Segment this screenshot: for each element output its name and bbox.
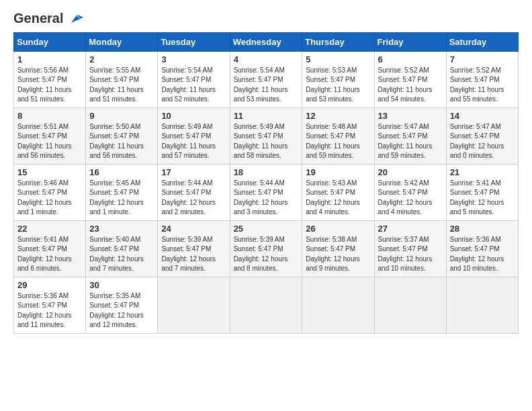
day-info: Sunrise: 5:49 AM Sunset: 5:47 PM Dayligh…	[234, 122, 299, 161]
calendar-cell: 2Sunrise: 5:55 AM Sunset: 5:47 PM Daylig…	[86, 51, 158, 107]
day-info: Sunrise: 5:46 AM Sunset: 5:47 PM Dayligh…	[17, 179, 82, 218]
calendar-cell	[374, 277, 446, 333]
calendar-cell: 22Sunrise: 5:41 AM Sunset: 5:47 PM Dayli…	[14, 220, 86, 277]
day-info: Sunrise: 5:44 AM Sunset: 5:47 PM Dayligh…	[161, 179, 226, 218]
calendar-cell: 30Sunrise: 5:35 AM Sunset: 5:47 PM Dayli…	[86, 277, 158, 333]
day-info: Sunrise: 5:36 AM Sunset: 5:47 PM Dayligh…	[17, 291, 82, 330]
day-number: 28	[450, 224, 515, 234]
day-number: 25	[234, 224, 299, 234]
calendar-week-1: 1Sunrise: 5:56 AM Sunset: 5:47 PM Daylig…	[14, 51, 519, 107]
day-number: 26	[306, 224, 370, 234]
day-number: 16	[89, 167, 154, 177]
day-info: Sunrise: 5:53 AM Sunset: 5:47 PM Dayligh…	[306, 66, 370, 105]
calendar-cell: 3Sunrise: 5:54 AM Sunset: 5:47 PM Daylig…	[158, 51, 230, 107]
day-info: Sunrise: 5:51 AM Sunset: 5:47 PM Dayligh…	[17, 122, 82, 161]
day-info: Sunrise: 5:35 AM Sunset: 5:47 PM Dayligh…	[89, 291, 154, 330]
calendar-week-5: 29Sunrise: 5:36 AM Sunset: 5:47 PM Dayli…	[14, 277, 519, 333]
day-info: Sunrise: 5:54 AM Sunset: 5:47 PM Dayligh…	[234, 66, 299, 105]
calendar-cell: 25Sunrise: 5:39 AM Sunset: 5:47 PM Dayli…	[230, 220, 302, 277]
day-info: Sunrise: 5:55 AM Sunset: 5:47 PM Dayligh…	[89, 66, 154, 105]
day-info: Sunrise: 5:39 AM Sunset: 5:47 PM Dayligh…	[161, 235, 226, 274]
calendar-cell: 15Sunrise: 5:46 AM Sunset: 5:47 PM Dayli…	[14, 164, 86, 220]
day-info: Sunrise: 5:48 AM Sunset: 5:47 PM Dayligh…	[306, 122, 370, 161]
calendar-cell: 6Sunrise: 5:52 AM Sunset: 5:47 PM Daylig…	[374, 51, 446, 107]
calendar-week-3: 15Sunrise: 5:46 AM Sunset: 5:47 PM Dayli…	[14, 164, 519, 220]
calendar-cell: 23Sunrise: 5:40 AM Sunset: 5:47 PM Dayli…	[86, 220, 158, 277]
day-number: 9	[89, 111, 154, 121]
day-info: Sunrise: 5:42 AM Sunset: 5:47 PM Dayligh…	[378, 179, 443, 218]
day-info: Sunrise: 5:43 AM Sunset: 5:47 PM Dayligh…	[306, 179, 370, 218]
weekday-header-monday: Monday	[86, 32, 158, 51]
day-number: 2	[89, 54, 154, 64]
day-number: 12	[306, 111, 370, 121]
day-number: 8	[17, 111, 82, 121]
day-number: 29	[17, 280, 82, 290]
weekday-header-saturday: Saturday	[446, 32, 518, 51]
day-info: Sunrise: 5:47 AM Sunset: 5:47 PM Dayligh…	[378, 122, 443, 161]
calendar-cell	[446, 277, 518, 333]
calendar-cell: 20Sunrise: 5:42 AM Sunset: 5:47 PM Dayli…	[374, 164, 446, 220]
day-info: Sunrise: 5:44 AM Sunset: 5:47 PM Dayligh…	[234, 179, 299, 218]
calendar-cell: 13Sunrise: 5:47 AM Sunset: 5:47 PM Dayli…	[374, 107, 446, 164]
day-number: 20	[378, 167, 443, 177]
day-number: 30	[89, 280, 154, 290]
day-info: Sunrise: 5:39 AM Sunset: 5:47 PM Dayligh…	[234, 235, 299, 274]
day-number: 10	[161, 111, 226, 121]
day-number: 18	[234, 167, 299, 177]
calendar-cell: 4Sunrise: 5:54 AM Sunset: 5:47 PM Daylig…	[230, 51, 302, 107]
calendar-cell: 28Sunrise: 5:36 AM Sunset: 5:47 PM Dayli…	[446, 220, 518, 277]
day-number: 4	[234, 54, 299, 64]
day-number: 1	[17, 54, 82, 64]
day-number: 5	[306, 54, 370, 64]
day-number: 24	[161, 224, 226, 234]
calendar-cell: 19Sunrise: 5:43 AM Sunset: 5:47 PM Dayli…	[302, 164, 374, 220]
calendar-week-2: 8Sunrise: 5:51 AM Sunset: 5:47 PM Daylig…	[14, 107, 519, 164]
logo-bird-icon	[69, 12, 83, 27]
calendar-cell: 14Sunrise: 5:47 AM Sunset: 5:47 PM Dayli…	[446, 107, 518, 164]
day-number: 27	[378, 224, 443, 234]
day-info: Sunrise: 5:50 AM Sunset: 5:47 PM Dayligh…	[89, 122, 154, 161]
calendar-table: SundayMondayTuesdayWednesdayThursdayFrid…	[13, 32, 519, 334]
weekday-header-row: SundayMondayTuesdayWednesdayThursdayFrid…	[14, 32, 519, 51]
calendar-cell: 18Sunrise: 5:44 AM Sunset: 5:47 PM Dayli…	[230, 164, 302, 220]
calendar-cell: 12Sunrise: 5:48 AM Sunset: 5:47 PM Dayli…	[302, 107, 374, 164]
calendar-cell: 11Sunrise: 5:49 AM Sunset: 5:47 PM Dayli…	[230, 107, 302, 164]
calendar-cell	[230, 277, 302, 333]
calendar-cell: 24Sunrise: 5:39 AM Sunset: 5:47 PM Dayli…	[158, 220, 230, 277]
day-info: Sunrise: 5:52 AM Sunset: 5:47 PM Dayligh…	[378, 66, 443, 105]
day-number: 19	[306, 167, 370, 177]
day-number: 21	[450, 167, 515, 177]
calendar-cell: 27Sunrise: 5:37 AM Sunset: 5:47 PM Dayli…	[374, 220, 446, 277]
day-info: Sunrise: 5:56 AM Sunset: 5:47 PM Dayligh…	[17, 66, 82, 105]
day-number: 6	[378, 54, 443, 64]
calendar-cell	[302, 277, 374, 333]
day-info: Sunrise: 5:37 AM Sunset: 5:47 PM Dayligh…	[378, 235, 443, 274]
weekday-header-thursday: Thursday	[302, 32, 374, 51]
day-info: Sunrise: 5:54 AM Sunset: 5:47 PM Dayligh…	[161, 66, 226, 105]
day-info: Sunrise: 5:49 AM Sunset: 5:47 PM Dayligh…	[161, 122, 226, 161]
day-number: 23	[89, 224, 154, 234]
weekday-header-sunday: Sunday	[14, 32, 86, 51]
calendar-cell: 9Sunrise: 5:50 AM Sunset: 5:47 PM Daylig…	[86, 107, 158, 164]
weekday-header-tuesday: Tuesday	[158, 32, 230, 51]
calendar-week-4: 22Sunrise: 5:41 AM Sunset: 5:47 PM Dayli…	[14, 220, 519, 277]
calendar-cell: 8Sunrise: 5:51 AM Sunset: 5:47 PM Daylig…	[14, 107, 86, 164]
weekday-header-wednesday: Wednesday	[230, 32, 302, 51]
day-number: 3	[161, 54, 226, 64]
day-info: Sunrise: 5:47 AM Sunset: 5:47 PM Dayligh…	[450, 122, 515, 161]
page-header: General	[13, 11, 519, 26]
day-number: 7	[450, 54, 515, 64]
day-info: Sunrise: 5:40 AM Sunset: 5:47 PM Dayligh…	[89, 235, 154, 274]
calendar-cell: 26Sunrise: 5:38 AM Sunset: 5:47 PM Dayli…	[302, 220, 374, 277]
calendar-cell: 21Sunrise: 5:41 AM Sunset: 5:47 PM Dayli…	[446, 164, 518, 220]
day-info: Sunrise: 5:36 AM Sunset: 5:47 PM Dayligh…	[450, 235, 515, 274]
calendar-cell: 7Sunrise: 5:52 AM Sunset: 5:47 PM Daylig…	[446, 51, 518, 107]
day-number: 13	[378, 111, 443, 121]
logo: General	[13, 11, 83, 26]
calendar-cell: 10Sunrise: 5:49 AM Sunset: 5:47 PM Dayli…	[158, 107, 230, 164]
day-number: 14	[450, 111, 515, 121]
calendar-cell: 1Sunrise: 5:56 AM Sunset: 5:47 PM Daylig…	[14, 51, 86, 107]
day-number: 15	[17, 167, 82, 177]
calendar-cell: 16Sunrise: 5:45 AM Sunset: 5:47 PM Dayli…	[86, 164, 158, 220]
calendar-cell	[158, 277, 230, 333]
